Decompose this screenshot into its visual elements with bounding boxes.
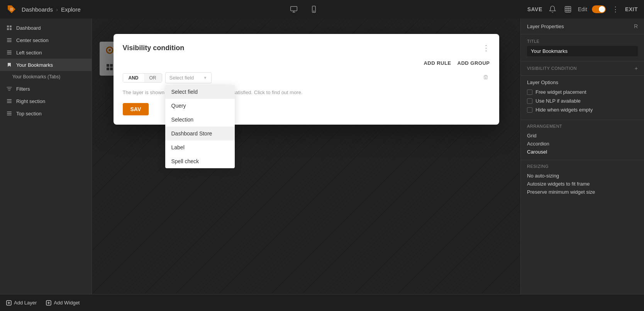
field-select-wrapper: Select field ▼ Select field Query Select… [165,72,212,83]
bars-icon-center [6,37,12,43]
svg-rect-15 [7,101,12,101]
sidebar-item-top-section[interactable]: Top section [0,107,92,120]
sidebar-item-bookmarks[interactable]: Your Bookmarks [0,59,92,71]
modal-overlay[interactable]: Visibility condition ⋮ ADD RULE ADD GROU… [92,19,520,294]
delete-condition-button[interactable] [481,73,490,83]
field-placeholder: Select field [169,75,194,81]
visibility-section: VISIBILITY CONDITION + [521,61,644,76]
resizing-section: Resizing No auto-sizing Autosize widgets… [521,160,644,200]
toggle-knob [599,6,605,12]
sidebar-item-bookmarks-tabs[interactable]: Your Bookmarks (Tabs) [0,71,92,83]
free-widget-row[interactable]: Free widget placement [527,89,638,95]
sidebar-item-dashboard[interactable]: Dashboard [0,22,92,34]
close-panel-button[interactable]: R [634,23,638,29]
edit-label: Edit [578,6,587,12]
svg-rect-12 [7,52,12,53]
visibility-condition-modal: Visibility condition ⋮ ADD RULE ADD GROU… [114,34,499,125]
chevron-down-icon: ▼ [203,76,207,80]
field-dropdown: Select field Query Selection Dashboard S… [165,85,235,168]
resizing-no-auto[interactable]: No auto-sizing [527,172,638,180]
topbar-center [81,4,527,15]
use-nlp-row[interactable]: Use NLP if available [527,98,638,104]
svg-rect-16 [7,102,12,103]
hide-empty-checkbox[interactable] [527,107,532,113]
topbar-right: SAVE Edit ⋮ EXIT [527,3,638,15]
arrangement-carousel[interactable]: Carousel [527,148,638,156]
modal-body: ADD RULE ADD GROUP AND OR Select field ▼ [123,60,490,115]
hide-empty-row[interactable]: Hide when widgets empty [527,107,638,113]
or-button[interactable]: OR [144,74,162,82]
save-button[interactable]: SAVE [527,6,542,12]
mobile-icon[interactable] [308,4,319,15]
notifications-icon[interactable] [547,4,558,15]
resizing-autosize[interactable]: Autosize widgets to fit frame [527,180,638,188]
breadcrumb-dashboards[interactable]: Dashboards [22,6,53,13]
title-value[interactable]: Your Bookmarks [527,46,638,56]
sidebar-item-center-section[interactable]: Center section [0,34,92,46]
arrangement-accordion[interactable]: Accordion [527,140,638,148]
svg-rect-13 [7,54,12,54]
svg-rect-17 [7,112,12,112]
bars-icon-left [6,49,12,56]
sidebar-label-center-section: Center section [16,37,49,43]
svg-rect-19 [7,115,12,115]
add-widget-button[interactable]: Add Widget [46,300,80,306]
exit-button[interactable]: EXIT [625,6,638,12]
and-or-toggle: AND OR [123,73,162,83]
sidebar-label-right-section: Right section [16,98,45,104]
layer-options-section: Layer Options Free widget placement Use … [521,76,644,120]
svg-rect-18 [7,113,12,114]
free-widget-label: Free widget placement [536,89,586,95]
resizing-preserve-min[interactable]: Preserve minimum widget size [527,188,638,196]
arrangement-grid[interactable]: Grid [527,132,638,140]
sidebar-item-left-section[interactable]: Left section [0,46,92,59]
layer-options-title: Layer Options [527,79,638,85]
sidebar-item-filters[interactable]: Filters [0,83,92,95]
modal-more-button[interactable]: ⋮ [482,43,490,52]
svg-rect-9 [7,40,12,41]
dropdown-item-label[interactable]: Label [165,140,235,154]
sidebar-label-bookmarks: Your Bookmarks [16,62,53,68]
free-widget-checkbox[interactable] [527,90,532,95]
sidebar-label-top-section: Top section [16,111,42,117]
svg-rect-11 [7,51,12,51]
svg-point-2 [314,11,314,12]
title-section: Title Your Bookmarks [521,34,644,61]
arrangement-section: Arrangement Grid Accordion Carousel [521,120,644,160]
condition-row: AND OR Select field ▼ Select field Q [123,72,490,83]
svg-rect-6 [7,28,9,30]
hide-empty-label: Hide when widgets empty [536,107,593,113]
breadcrumb-explore: Explore [61,6,81,13]
edit-toggle[interactable] [592,5,606,13]
dropdown-item-dashboard-store[interactable]: Dashboard Store [165,127,235,140]
share-icon[interactable] [563,4,573,15]
sidebar-item-right-section[interactable]: Right section [0,95,92,107]
dropdown-item-select-field[interactable]: Select field [165,85,235,99]
add-buttons: ADD RULE ADD GROUP [123,60,490,66]
add-group-button[interactable]: ADD GROUP [458,60,490,66]
visibility-add-button[interactable]: + [635,65,638,71]
breadcrumb-arrow: › [56,6,58,13]
add-rule-button[interactable]: ADD RULE [424,60,451,66]
more-options-button[interactable]: ⋮ [610,3,620,15]
modal-header: Visibility condition ⋮ [123,43,490,52]
desktop-icon[interactable] [288,4,299,15]
svg-rect-0 [291,7,297,11]
right-panel: Layer Properties R Title Your Bookmarks … [520,19,644,294]
svg-rect-5 [10,25,12,27]
bars-icon-right [6,98,12,104]
bookmark-icon [6,62,12,68]
bottom-bar: Add Layer Add Widget [0,294,644,311]
sidebar-label-bookmarks-tabs: Your Bookmarks (Tabs) [12,74,60,79]
field-select-box[interactable]: Select field ▼ [165,72,212,83]
dropdown-item-selection[interactable]: Selection [165,113,235,127]
use-nlp-checkbox[interactable] [527,98,532,104]
dropdown-item-query[interactable]: Query [165,99,235,113]
dropdown-item-spell-check[interactable]: Spell check [165,154,235,168]
add-layer-button[interactable]: Add Layer [6,300,37,306]
modal-save-button[interactable]: SAV [123,103,149,115]
app-logo [6,4,17,15]
and-button[interactable]: AND [123,74,144,82]
sidebar-label-dashboard: Dashboard [16,25,41,31]
title-label: Title [527,39,638,44]
